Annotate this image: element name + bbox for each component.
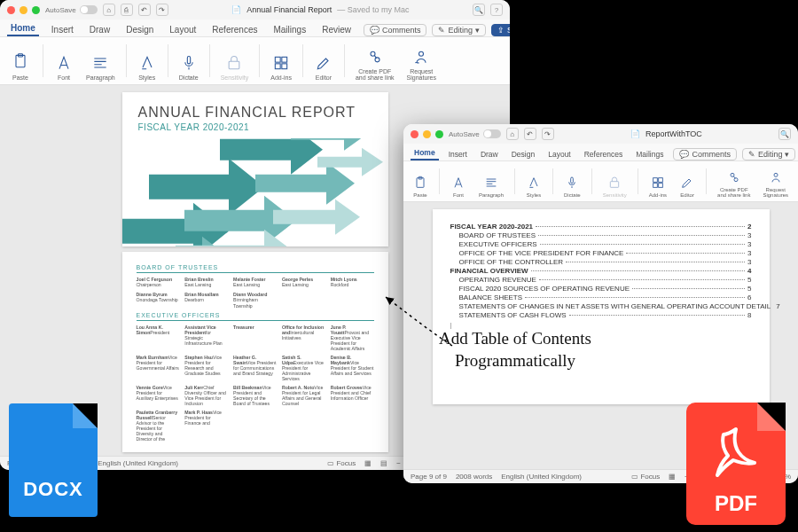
editor-button[interactable]: Editor: [676, 163, 699, 200]
officer-entry: Vennie GoreVice President for Auxiliary …: [137, 385, 180, 406]
view-web-icon[interactable]: ▤: [380, 459, 387, 467]
close-icon[interactable]: [411, 130, 419, 138]
fullscreen-icon[interactable]: [435, 130, 443, 138]
tab-mailings[interactable]: Mailings: [270, 23, 309, 36]
focus-mode-button[interactable]: ▭ Focus: [327, 459, 356, 467]
svg-rect-5: [282, 57, 287, 62]
toc-entry[interactable]: OPERATING REVENUE5: [450, 276, 752, 284]
toc-entry[interactable]: STATEMENTS OF CASH FLOWS8: [450, 311, 752, 319]
editor-button[interactable]: Editor: [310, 39, 337, 82]
toc-entry[interactable]: FINANCIAL OVERVIEW4: [450, 267, 752, 275]
paragraph-button[interactable]: Paragraph: [475, 163, 507, 200]
addins-button[interactable]: Add-ins: [267, 39, 295, 82]
help-icon[interactable]: ?: [490, 4, 503, 16]
tab-insert[interactable]: Insert: [445, 148, 471, 160]
create-pdf-button[interactable]: Create PDF and share link: [352, 39, 398, 82]
toc-entry[interactable]: EXECUTIVE OFFICERS3: [450, 240, 752, 248]
svg-rect-16: [659, 178, 663, 183]
svg-point-9: [375, 58, 379, 62]
font-button[interactable]: Font: [447, 163, 470, 200]
tab-design[interactable]: Design: [122, 23, 157, 36]
close-icon[interactable]: [7, 6, 15, 14]
comments-button[interactable]: 💬 Comments: [364, 24, 427, 36]
dictate-button[interactable]: Dictate: [176, 39, 202, 82]
autosave-toggle[interactable]: AutoSave: [45, 5, 98, 14]
trustee-entry: Melanie FosterEast Lansing: [233, 277, 277, 288]
comments-button[interactable]: 💬 Comments: [673, 148, 737, 160]
language-indicator[interactable]: English (United Kingdom): [501, 473, 582, 481]
trustee-entry: Diann WoodardBirmingham Township: [233, 292, 277, 309]
switch-icon[interactable]: [80, 5, 98, 14]
document-title: ReportWithTOC: [645, 129, 702, 138]
ribbon: Paste Font Paragraph Styles Dictate Sens…: [403, 161, 798, 202]
tab-draw[interactable]: Draw: [477, 148, 502, 160]
autosave-label: AutoSave: [449, 130, 480, 138]
report-title: ANNUAL FINANCIAL REPORT: [138, 105, 372, 121]
toc-entry[interactable]: FISCAL YEAR 2020-20212: [450, 223, 752, 231]
page-counter[interactable]: Page 9 of 9: [411, 473, 447, 481]
editing-mode-button[interactable]: ✎ Editing ▾: [432, 24, 486, 36]
switch-icon[interactable]: [483, 129, 501, 138]
paste-button[interactable]: Paste: [5, 39, 35, 82]
tab-home[interactable]: Home: [411, 146, 439, 160]
tab-home[interactable]: Home: [7, 21, 39, 36]
toc-entry[interactable]: STATEMENTS OF CHANGES IN NET ASSETS WITH…: [450, 302, 752, 310]
tab-draw[interactable]: Draw: [86, 23, 113, 36]
search-icon[interactable]: 🔍: [778, 128, 791, 140]
create-pdf-button[interactable]: Create PDF and share link: [714, 163, 754, 200]
view-print-icon[interactable]: ▦: [669, 473, 676, 481]
svg-rect-18: [659, 184, 663, 188]
tab-design[interactable]: Design: [508, 148, 538, 160]
home-toolbar-icon[interactable]: ⌂: [103, 4, 115, 16]
officer-entry: Denise B. MaybankVice President for Stud…: [331, 355, 374, 381]
home-toolbar-icon[interactable]: ⌂: [506, 128, 519, 140]
toc-entry[interactable]: OFFICE OF THE CONTROLLER3: [450, 258, 752, 266]
toc-entry[interactable]: BOARD OF TRUSTEES3: [450, 231, 752, 239]
save-toolbar-icon[interactable]: ⎙: [121, 4, 133, 16]
share-button[interactable]: ⇪ Share ▾: [491, 24, 510, 36]
redo-icon[interactable]: ↷: [542, 128, 554, 140]
language-indicator[interactable]: English (United Kingdom): [98, 459, 178, 467]
tab-references[interactable]: References: [581, 148, 626, 160]
minimize-icon[interactable]: [423, 130, 431, 138]
paragraph-button[interactable]: Paragraph: [82, 39, 119, 82]
traffic-lights: [411, 130, 443, 138]
autosave-toggle[interactable]: AutoSave: [449, 129, 501, 138]
toc-entry[interactable]: BALANCE SHEETS6: [450, 293, 752, 301]
officer-entry: June P. YouattProvost and Executive Vice…: [331, 325, 374, 351]
toc-entry[interactable]: FISCAL 2020 SOURCES OF OPERATING REVENUE…: [450, 285, 752, 293]
tab-review[interactable]: Review: [318, 23, 355, 36]
undo-icon[interactable]: ↶: [138, 4, 151, 16]
view-print-icon[interactable]: ▦: [364, 459, 372, 467]
tab-references[interactable]: References: [208, 23, 261, 36]
officer-entry: Juli KerrChief Diversity Officer and Vic…: [184, 385, 228, 406]
minimize-icon[interactable]: [20, 6, 27, 14]
titlebar: AutoSave ⌂ ↶ ↷ 📄 ReportWithTOC 🔍: [403, 124, 798, 144]
redo-icon[interactable]: ↷: [156, 4, 168, 16]
request-signatures-button[interactable]: Request Signatures: [759, 163, 792, 200]
request-signatures-button[interactable]: Request Signatures: [403, 39, 440, 82]
tab-layout[interactable]: Layout: [166, 23, 200, 36]
styles-button[interactable]: Styles: [522, 163, 545, 200]
search-icon[interactable]: 🔍: [473, 4, 485, 16]
traffic-lights: [7, 6, 40, 14]
document-subtitle: — Saved to my Mac: [337, 5, 409, 14]
dictate-button[interactable]: Dictate: [560, 163, 584, 200]
addins-button[interactable]: Add-ins: [645, 163, 670, 200]
toc-entry[interactable]: OFFICE OF THE VICE PRESIDENT FOR FINANCE…: [450, 249, 752, 257]
paste-button[interactable]: Paste: [409, 163, 432, 200]
fullscreen-icon[interactable]: [32, 6, 40, 14]
tab-layout[interactable]: Layout: [544, 148, 575, 160]
word-count[interactable]: 2008 words: [456, 473, 492, 481]
font-button[interactable]: Font: [51, 39, 77, 82]
officer-entry: Paulette Granberry RussellSenior Advisor…: [137, 410, 180, 442]
svg-point-10: [419, 51, 424, 56]
undo-icon[interactable]: ↶: [524, 128, 536, 140]
tab-mailings[interactable]: Mailings: [632, 148, 667, 160]
tab-insert[interactable]: Insert: [48, 23, 77, 36]
focus-mode-button[interactable]: ▭ Focus: [631, 473, 660, 481]
svg-rect-17: [653, 184, 658, 188]
officer-entry: Assistant Vice Presidentfor Strategic In…: [184, 325, 228, 351]
styles-button[interactable]: Styles: [134, 39, 160, 82]
editing-mode-button[interactable]: ✎ Editing ▾: [742, 148, 796, 160]
